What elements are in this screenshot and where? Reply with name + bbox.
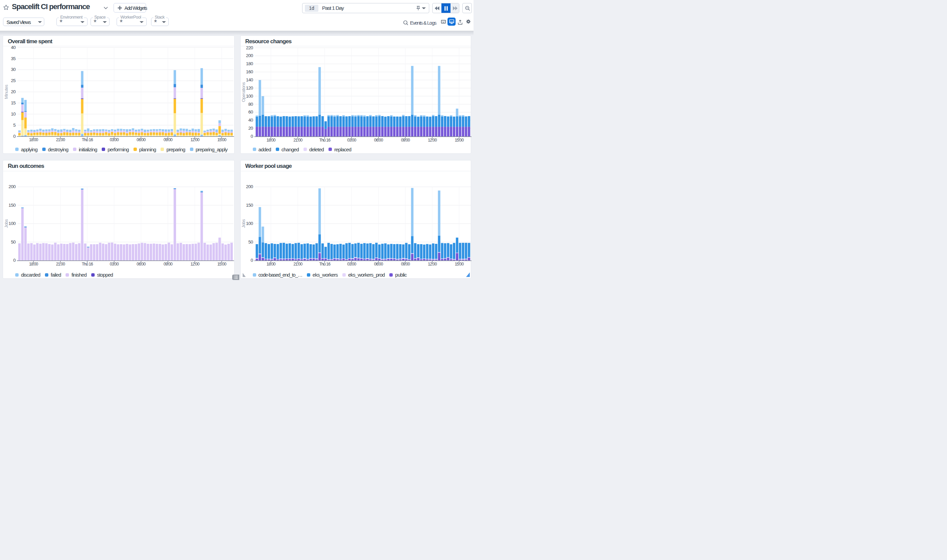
svg-text:09:00: 09:00 — [401, 138, 410, 143]
svg-text:0: 0 — [13, 258, 15, 263]
svg-text:25: 25 — [11, 78, 15, 83]
svg-text:200: 200 — [246, 53, 253, 58]
svg-text:0: 0 — [251, 134, 253, 139]
svg-text:18:00: 18:00 — [267, 262, 276, 266]
svg-text:160: 160 — [246, 69, 253, 74]
svg-text:18:00: 18:00 — [29, 262, 38, 266]
svg-text:Minutes: Minutes — [4, 85, 9, 99]
svg-text:15:00: 15:00 — [455, 138, 464, 143]
svg-text:Operations: Operations — [241, 82, 247, 102]
svg-text:0: 0 — [251, 258, 253, 263]
svg-text:03:00: 03:00 — [347, 138, 356, 143]
svg-text:140: 140 — [246, 77, 253, 82]
svg-text:18:00: 18:00 — [267, 138, 276, 143]
svg-text:100: 100 — [8, 221, 15, 226]
svg-text:35: 35 — [11, 56, 15, 61]
svg-text:15:00: 15:00 — [217, 262, 227, 266]
svg-text:03:00: 03:00 — [110, 262, 119, 266]
svg-text:50: 50 — [248, 240, 253, 245]
svg-text:21:00: 21:00 — [56, 137, 65, 142]
svg-text:21:00: 21:00 — [56, 262, 65, 266]
svg-text:80: 80 — [248, 102, 253, 107]
svg-text:09:00: 09:00 — [163, 262, 173, 266]
svg-text:03:00: 03:00 — [347, 262, 356, 266]
svg-text:Jobs: Jobs — [241, 219, 247, 228]
svg-text:06:00: 06:00 — [137, 262, 146, 266]
svg-text:15:00: 15:00 — [455, 262, 464, 266]
svg-text:40: 40 — [11, 45, 15, 50]
svg-text:06:00: 06:00 — [374, 138, 383, 143]
svg-text:200: 200 — [8, 184, 15, 189]
svg-text:21:00: 21:00 — [293, 138, 302, 143]
svg-text:09:00: 09:00 — [401, 262, 410, 266]
svg-text:10: 10 — [11, 111, 15, 117]
svg-text:15: 15 — [11, 100, 15, 105]
svg-text:150: 150 — [8, 203, 15, 208]
svg-text:Jobs: Jobs — [4, 219, 9, 228]
svg-text:180: 180 — [246, 61, 253, 66]
svg-text:20: 20 — [248, 126, 253, 131]
svg-text:12:00: 12:00 — [428, 138, 437, 143]
svg-text:60: 60 — [248, 109, 253, 114]
svg-text:12:00: 12:00 — [191, 137, 200, 142]
svg-text:06:00: 06:00 — [374, 262, 383, 266]
svg-text:120: 120 — [246, 85, 253, 91]
svg-text:12:00: 12:00 — [428, 262, 437, 266]
svg-text:30: 30 — [11, 67, 15, 72]
svg-text:06:00: 06:00 — [137, 137, 146, 142]
svg-text:100: 100 — [246, 94, 253, 98]
svg-text:100: 100 — [246, 221, 253, 226]
svg-text:15:00: 15:00 — [217, 137, 227, 142]
svg-text:20: 20 — [11, 89, 15, 94]
svg-text:50: 50 — [11, 240, 15, 245]
svg-text:40: 40 — [248, 117, 253, 123]
svg-text:Thu 16: Thu 16 — [82, 137, 93, 142]
svg-text:200: 200 — [246, 184, 253, 189]
svg-text:18:00: 18:00 — [29, 137, 38, 142]
svg-text:0: 0 — [13, 134, 15, 139]
svg-text:150: 150 — [246, 203, 253, 208]
svg-text:12:00: 12:00 — [191, 262, 200, 266]
svg-text:Thu 16: Thu 16 — [319, 262, 330, 266]
svg-text:09:00: 09:00 — [163, 137, 173, 142]
svg-text:Thu 16: Thu 16 — [82, 262, 93, 266]
svg-text:Thu 16: Thu 16 — [319, 138, 330, 143]
svg-text:220: 220 — [246, 45, 253, 50]
svg-text:5: 5 — [13, 123, 15, 128]
svg-text:03:00: 03:00 — [110, 137, 119, 142]
svg-text:21:00: 21:00 — [293, 262, 302, 266]
